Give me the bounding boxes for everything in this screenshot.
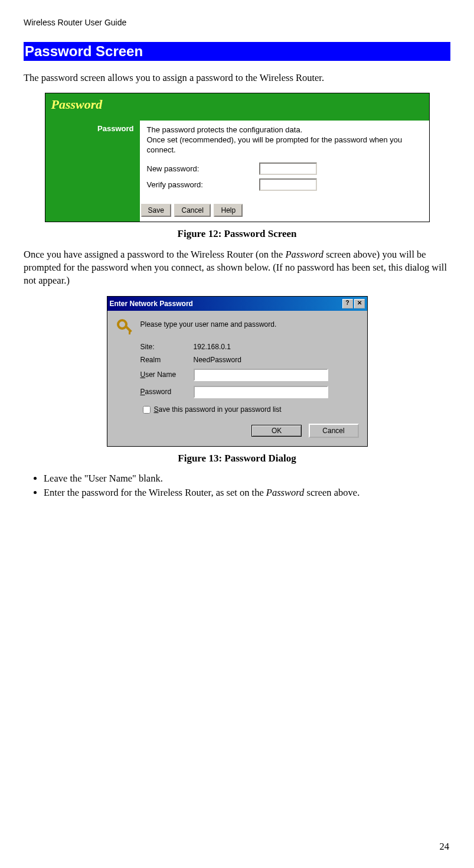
- realm-label: Realm: [140, 356, 194, 364]
- verify-password-input[interactable]: [259, 178, 317, 191]
- cancel-button[interactable]: Cancel: [174, 204, 210, 217]
- username-label: User Name: [140, 370, 194, 379]
- titlebar-close-button[interactable]: ✕: [354, 299, 365, 308]
- password-panel-title: Password: [45, 93, 429, 121]
- list-item: Enter the password for the Wireless Rout…: [44, 487, 450, 499]
- bullet2-part1: Enter the password for the Wireless Rout…: [44, 487, 266, 498]
- password-panel: Password Password The password protects …: [45, 93, 430, 222]
- new-password-label: New password:: [147, 164, 259, 173]
- list-item: Leave the "User Name" blank.: [44, 473, 450, 485]
- para2-password-word: Password: [286, 249, 324, 260]
- site-value: 192.168.0.1: [194, 343, 353, 351]
- figure-12: Password Password The password protects …: [24, 93, 450, 240]
- running-header: Wireless Router User Guide: [24, 18, 450, 27]
- bullet2-password-word: Password: [266, 487, 305, 498]
- realm-value: NeedPassword: [194, 356, 353, 364]
- svg-rect-1: [125, 325, 132, 333]
- dialog-title-text: Enter Network Password: [110, 300, 193, 308]
- svg-rect-2: [129, 331, 130, 334]
- password-main-area: The password protects the configuration …: [140, 121, 429, 200]
- dialog-cancel-button[interactable]: Cancel: [309, 424, 359, 438]
- ok-button[interactable]: OK: [251, 425, 302, 437]
- svg-point-0: [118, 320, 126, 329]
- dialog-titlebar: Enter Network Password ? ✕: [107, 297, 367, 311]
- intro-paragraph: The password screen allows you to assign…: [24, 71, 450, 84]
- save-password-label: Save this password in your password list: [154, 405, 282, 414]
- instruction-list: Leave the "User Name" blank. Enter the p…: [24, 473, 450, 499]
- network-password-dialog: Enter Network Password ? ✕ Please type y…: [107, 296, 368, 447]
- password-desc-line1: The password protects the configuration …: [147, 125, 303, 134]
- figure-12-caption: Figure 12: Password Screen: [24, 228, 450, 240]
- verify-password-label: Verify password:: [147, 180, 259, 189]
- username-input[interactable]: [194, 369, 328, 381]
- help-button[interactable]: Help: [214, 204, 243, 217]
- bullet2-part3: screen above.: [304, 487, 359, 498]
- password-desc-line2: Once set (recommended), you will be prom…: [147, 135, 403, 154]
- figure-13-caption: Figure 13: Password Dialog: [24, 453, 450, 464]
- site-label: Site:: [140, 343, 194, 351]
- password-label: Password: [140, 388, 194, 396]
- password-side-label: Password: [45, 121, 140, 200]
- titlebar-help-button[interactable]: ?: [342, 299, 353, 308]
- section-heading: Password Screen: [24, 42, 450, 61]
- new-password-input[interactable]: [259, 162, 317, 175]
- dialog-prompt: Please type your user name and password.: [140, 318, 277, 329]
- save-password-checkbox[interactable]: [143, 406, 151, 414]
- key-icon: [116, 318, 135, 337]
- figure-13: Enter Network Password ? ✕ Please type y…: [24, 296, 450, 464]
- post-figure-paragraph: Once you have assigned a password to the…: [24, 248, 450, 288]
- para2-part1: Once you have assigned a password to the…: [24, 249, 286, 260]
- save-button[interactable]: Save: [141, 204, 171, 217]
- password-input[interactable]: [194, 386, 328, 398]
- page-number: 24: [440, 841, 450, 853]
